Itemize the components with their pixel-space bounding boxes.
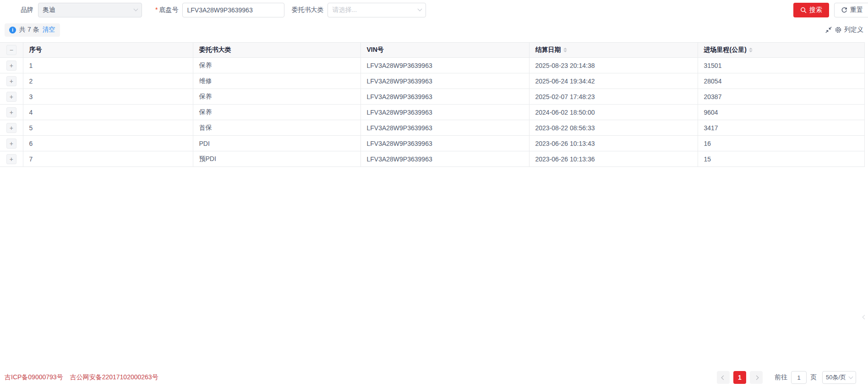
cell-category: 预PDI — [193, 151, 360, 167]
pagination: 1 前往 页 50条/页 — [717, 371, 856, 384]
cell-vin: LFV3A28W9P3639963 — [360, 120, 529, 136]
sort-caret-icon[interactable] — [749, 46, 753, 54]
cell-vin: LFV3A28W9P3639963 — [360, 89, 529, 105]
cell-seq: 4 — [23, 105, 193, 120]
cell-mileage: 3417 — [698, 120, 864, 136]
brand-label: 品牌 — [21, 6, 33, 14]
cell-category: 保养 — [193, 105, 360, 120]
cell-vin: LFV3A28W9P3639963 — [360, 151, 529, 167]
expand-row-button[interactable]: + — [6, 123, 16, 133]
expand-row-button[interactable]: + — [6, 61, 16, 71]
search-toolbar: 品牌 奥迪 *底盘号 委托书大类 请选择... 搜索 重置 — [0, 0, 868, 17]
column-header: VIN号 — [360, 43, 529, 58]
column-header: 委托书大类 — [193, 43, 360, 58]
table-row: + 4 保养 LFV3A28W9P3639963 2024-06-02 18:5… — [0, 105, 864, 120]
cell-vin: LFV3A28W9P3639963 — [360, 73, 529, 89]
cell-vin: LFV3A28W9P3639963 — [360, 58, 529, 73]
footer: 吉ICP备09000793号 吉公网安备22017102000263号 1 前往… — [0, 367, 868, 388]
prev-page-icon — [721, 375, 726, 380]
collapse-all-button[interactable]: − — [6, 45, 16, 55]
expand-row-button[interactable]: + — [6, 107, 16, 117]
cell-seq: 5 — [23, 120, 193, 136]
prev-page-button[interactable] — [717, 371, 730, 384]
goto-page-input[interactable] — [791, 371, 807, 384]
search-button[interactable]: 搜索 — [793, 3, 829, 17]
category-label: 委托书大类 — [291, 6, 323, 14]
cell-expand: + — [0, 120, 23, 136]
cell-expand: + — [0, 105, 23, 120]
cell-seq: 2 — [23, 73, 193, 89]
cell-date: 2023-06-26 10:13:43 — [529, 136, 698, 151]
table-row: + 7 预PDI LFV3A28W9P3639963 2023-06-26 10… — [0, 151, 864, 167]
cell-expand: + — [0, 151, 23, 167]
cell-expand: + — [0, 73, 23, 89]
police-filing-link[interactable]: 吉公网安备22017102000263号 — [70, 373, 158, 382]
category-select[interactable]: 请选择... — [328, 3, 426, 17]
cell-mileage: 28054 — [698, 73, 864, 89]
cell-date: 2025-08-23 20:14:38 — [529, 58, 698, 73]
table-body: + 1 保养 LFV3A28W9P3639963 2025-08-23 20:1… — [0, 58, 864, 167]
page-number-button[interactable]: 1 — [733, 371, 746, 384]
search-icon — [800, 7, 807, 13]
table-row: + 5 首保 LFV3A28W9P3639963 2023-08-22 08:5… — [0, 120, 864, 136]
next-page-icon — [754, 375, 759, 380]
column-header: 序号 — [23, 43, 193, 58]
results-table: − 序号委托书大类VIN号结算日期进场里程(公里) + 1 保养 LFV3A28… — [0, 42, 868, 167]
expand-row-button[interactable]: + — [6, 92, 16, 102]
chevron-down-icon — [418, 7, 422, 11]
result-count-box: i 共 7 条 清空 — [5, 23, 60, 37]
cell-expand: + — [0, 58, 23, 73]
next-page-button[interactable] — [750, 371, 763, 384]
cell-expand: + — [0, 89, 23, 105]
cell-seq: 3 — [23, 89, 193, 105]
cell-expand: + — [0, 136, 23, 151]
column-header[interactable]: 结算日期 — [529, 43, 698, 58]
reset-icon — [841, 7, 847, 13]
expand-row-button[interactable]: + — [6, 139, 16, 149]
cell-date: 2023-06-26 10:13:36 — [529, 151, 698, 167]
icp-link[interactable]: 吉ICP备09000793号 — [5, 373, 63, 382]
cell-seq: 1 — [23, 58, 193, 73]
expand-row-button[interactable]: + — [6, 154, 16, 164]
drawer-handle[interactable] — [863, 313, 868, 321]
reset-button[interactable]: 重置 — [834, 3, 868, 17]
category-select-placeholder: 请选择... — [332, 6, 357, 14]
cell-category: 首保 — [193, 120, 360, 136]
page-unit-label: 页 — [810, 373, 817, 382]
cell-category: 保养 — [193, 89, 360, 105]
page-size-value: 50条/页 — [826, 373, 846, 382]
column-define-label[interactable]: 列定义 — [844, 26, 863, 34]
table-row: + 6 PDI LFV3A28W9P3639963 2023-06-26 10:… — [0, 136, 864, 151]
result-count-text: 共 7 条 — [19, 26, 39, 34]
expand-row-button[interactable]: + — [6, 76, 16, 86]
cell-date: 2025-06-24 19:34:42 — [529, 73, 698, 89]
fullscreen-icon[interactable] — [825, 26, 832, 33]
cell-category: 保养 — [193, 58, 360, 73]
clear-link[interactable]: 清空 — [43, 26, 55, 34]
chevron-down-icon — [849, 374, 853, 379]
cell-seq: 7 — [23, 151, 193, 167]
column-settings-icon[interactable] — [835, 26, 842, 33]
chassis-input[interactable] — [182, 3, 284, 17]
column-header[interactable]: 进场里程(公里) — [698, 43, 864, 58]
chassis-label: *底盘号 — [155, 6, 178, 14]
brand-select[interactable]: 奥迪 — [38, 3, 142, 17]
drawer-handle-icon — [863, 315, 867, 319]
table-row: + 3 保养 LFV3A28W9P3639963 2025-02-07 17:4… — [0, 89, 864, 105]
cell-date: 2023-08-22 08:56:33 — [529, 120, 698, 136]
cell-mileage: 15 — [698, 151, 864, 167]
chevron-down-icon — [134, 7, 138, 11]
brand-select-value: 奥迪 — [43, 6, 55, 14]
table-row: + 1 保养 LFV3A28W9P3639963 2025-08-23 20:1… — [0, 58, 864, 73]
goto-label: 前往 — [775, 373, 787, 382]
sort-caret-icon[interactable] — [563, 46, 567, 54]
required-mark: * — [155, 6, 158, 13]
reset-button-label: 重置 — [850, 6, 863, 14]
cell-date: 2025-02-07 17:48:23 — [529, 89, 698, 105]
cell-mileage: 20387 — [698, 89, 864, 105]
cell-seq: 6 — [23, 136, 193, 151]
page-size-select[interactable]: 50条/页 — [822, 371, 856, 384]
cell-category: PDI — [193, 136, 360, 151]
icp-filing: 吉ICP备09000793号 吉公网安备22017102000263号 — [5, 373, 158, 382]
table-row: + 2 维修 LFV3A28W9P3639963 2025-06-24 19:3… — [0, 73, 864, 89]
